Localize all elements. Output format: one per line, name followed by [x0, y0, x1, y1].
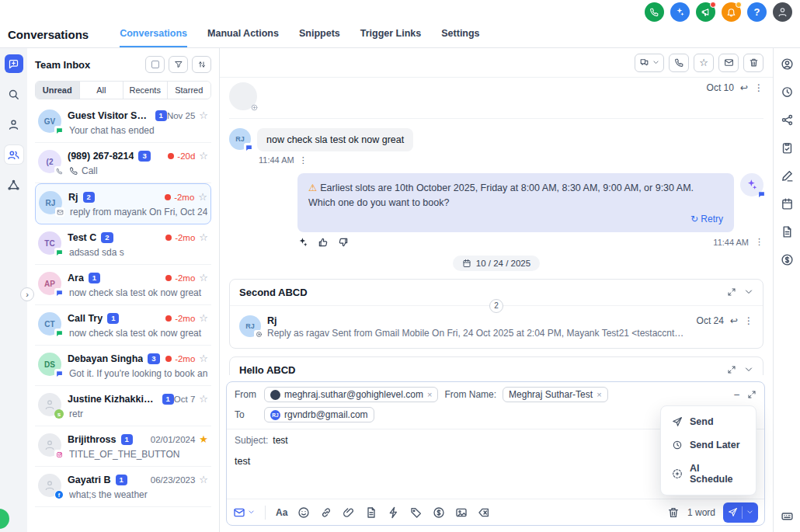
panel-expander-button[interactable]: ›	[20, 287, 34, 301]
list-item-selected[interactable]: RJ Rj2-2mo☆ reply from mayank On Fri, Oc…	[35, 183, 211, 224]
dialer-button[interactable]	[645, 2, 664, 22]
expand-icon[interactable]	[727, 287, 736, 297]
star-icon[interactable]: ☆	[199, 150, 208, 162]
sidebar-item-automation[interactable]	[5, 176, 23, 194]
list-item[interactable]: AP Ara1-2mo☆ now check sla test ok now g…	[35, 265, 211, 305]
sort-button[interactable]	[192, 56, 211, 73]
filter-button[interactable]	[169, 56, 188, 73]
sidebar-item-search[interactable]	[5, 85, 23, 103]
more-options-icon[interactable]: ⋮	[754, 82, 763, 93]
reply-icon[interactable]: ↩	[740, 82, 748, 93]
clear-button[interactable]	[478, 506, 490, 519]
star-icon[interactable]: ☆	[199, 353, 208, 364]
text-format-button[interactable]: Aa	[276, 507, 287, 518]
mark-unread-button[interactable]	[718, 54, 739, 72]
chevron-down-icon[interactable]	[744, 287, 753, 297]
star-icon[interactable]: ☆	[199, 474, 208, 485]
send-split-button[interactable]	[723, 502, 758, 523]
attach-file-button[interactable]	[343, 506, 355, 519]
announcements-button[interactable]	[696, 2, 715, 22]
filter-unread[interactable]: Unread	[36, 82, 80, 99]
thumbs-up-icon[interactable]	[318, 237, 329, 248]
star-icon[interactable]: ☆	[199, 393, 208, 405]
menu-item-ai-schedule[interactable]: AI Schedule	[665, 457, 752, 491]
to-email-chip[interactable]: RJrgvndrb@gmail.com	[264, 407, 374, 422]
tab-settings[interactable]: Settings	[441, 28, 479, 47]
user-avatar[interactable]	[773, 2, 792, 22]
thumbs-down-icon[interactable]	[338, 237, 349, 248]
minimize-composer-icon[interactable]: –	[734, 389, 739, 400]
notifications-button[interactable]	[722, 2, 741, 22]
ai-generated-icon[interactable]	[297, 237, 308, 248]
more-options-icon[interactable]: ⋮	[755, 237, 763, 247]
list-item[interactable]: TC Test C2-2mo☆ adsasd sda s	[35, 224, 211, 265]
unread-badge: 1	[155, 110, 167, 121]
star-filled-icon[interactable]: ★	[199, 433, 208, 445]
reply-icon[interactable]: ↩	[730, 315, 738, 326]
star-icon[interactable]: ☆	[198, 191, 207, 203]
insert-image-button[interactable]	[455, 506, 468, 519]
select-all-checkbox[interactable]	[145, 56, 165, 73]
list-item[interactable]: s Justine Kizhakkinedath1Oct 7☆ retr	[35, 386, 211, 426]
more-options-icon[interactable]: ⋮	[299, 155, 308, 165]
retry-button[interactable]: ↻ Retry	[308, 212, 723, 226]
channel-select-dropdown[interactable]	[635, 54, 664, 72]
divider	[265, 506, 266, 520]
filter-recents[interactable]: Recents	[123, 82, 168, 99]
remove-chip-icon[interactable]: ×	[427, 390, 432, 399]
tab-conversations[interactable]: Conversations	[120, 28, 187, 47]
more-options-icon[interactable]: ⋮	[744, 315, 753, 326]
associations-icon[interactable]	[781, 113, 794, 127]
help-button[interactable]: ?	[747, 2, 767, 22]
star-icon[interactable]: ☆	[199, 110, 208, 121]
trigger-links-button[interactable]	[388, 506, 400, 519]
call-button[interactable]	[669, 54, 689, 72]
email-channel-icon	[55, 207, 64, 217]
list-item[interactable]: f Gayatri B106/23/2023☆ what;s the weath…	[35, 467, 211, 507]
request-payment-button[interactable]	[433, 506, 445, 519]
notes-icon[interactable]	[781, 169, 794, 183]
list-item[interactable]: GV Guest Visitor Swtes1Nov 25☆ Your chat…	[35, 103, 211, 143]
chevron-down-icon[interactable]	[744, 365, 753, 374]
sidebar-item-contacts[interactable]	[5, 115, 23, 134]
list-item[interactable]: Brijithross102/01/2024★ TITLE_OF_THE_BUT…	[35, 426, 211, 467]
menu-item-send[interactable]: Send	[665, 410, 752, 433]
ai-assistant-button[interactable]	[670, 2, 690, 22]
emoji-button[interactable]	[297, 506, 310, 519]
expand-icon[interactable]	[727, 365, 736, 374]
sidebar-item-conversations[interactable]	[5, 54, 23, 73]
appointments-icon[interactable]	[781, 197, 794, 210]
tag-button[interactable]	[410, 506, 423, 519]
channel-email-dropdown[interactable]	[233, 506, 255, 519]
contact-name: Justine Kizhakkinedath	[68, 394, 158, 405]
tab-trigger-links[interactable]: Trigger Links	[360, 28, 422, 47]
tab-snippets[interactable]: Snippets	[299, 28, 340, 47]
list-item[interactable]: CT Call Try1-2mo☆ now check sla test ok …	[35, 305, 211, 346]
star-icon[interactable]: ☆	[199, 312, 208, 324]
documents-icon[interactable]	[781, 225, 794, 238]
star-icon[interactable]: ☆	[199, 272, 208, 283]
from-name-chip[interactable]: Meghraj Suthar-Test×	[503, 387, 607, 402]
discard-draft-button[interactable]	[667, 506, 680, 519]
insert-link-button[interactable]	[320, 506, 332, 519]
menu-item-send-later[interactable]: Send Later	[665, 433, 752, 457]
message-thread[interactable]: Oct 10↩⋮ RJ now check sla test ok now gr…	[220, 78, 773, 375]
expand-composer-icon[interactable]	[747, 390, 757, 399]
filter-all[interactable]: All	[80, 82, 124, 99]
star-icon[interactable]: ☆	[199, 231, 208, 243]
contact-details-icon[interactable]	[781, 57, 794, 71]
templates-button[interactable]	[365, 506, 377, 519]
remove-chip-icon[interactable]: ×	[597, 390, 601, 399]
from-email-chip[interactable]: meghraj.suthar@gohighlevel.com×	[264, 387, 438, 402]
activity-history-icon[interactable]	[781, 85, 794, 99]
list-item[interactable]: DS Debayan Singha3-2mo☆ Got it. If you'r…	[35, 346, 211, 386]
tab-manual-actions[interactable]: Manual Actions	[207, 28, 279, 47]
keyboard-shortcuts-icon[interactable]	[781, 509, 794, 523]
star-conversation-button[interactable]: ☆	[694, 54, 714, 72]
tasks-icon[interactable]	[781, 141, 794, 155]
payments-icon[interactable]	[781, 253, 794, 266]
sidebar-item-team[interactable]	[5, 145, 23, 164]
delete-conversation-button[interactable]	[743, 54, 763, 72]
list-item[interactable]: (2 (989) 267-82143-20d☆ Call	[35, 143, 211, 183]
filter-starred[interactable]: Starred	[168, 82, 211, 99]
